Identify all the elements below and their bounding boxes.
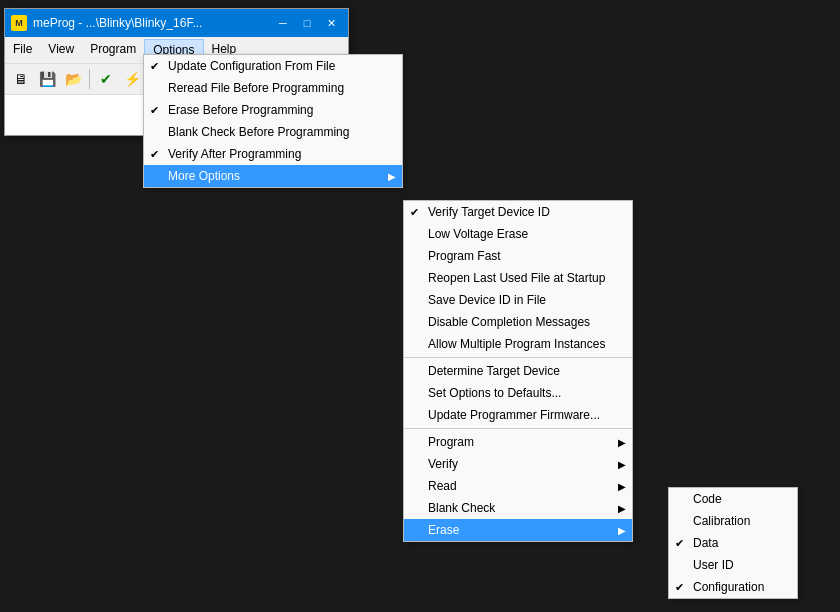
- option-more-options[interactable]: More Options: [144, 165, 402, 187]
- more-sep-1: [404, 357, 632, 358]
- menu-file[interactable]: File: [5, 39, 40, 61]
- erase-config[interactable]: ✔ Configuration: [669, 576, 797, 598]
- more-verify-target[interactable]: ✔ Verify Target Device ID: [404, 201, 632, 223]
- window-title: meProg - ...\Blinky\Blinky_16F...: [33, 16, 202, 30]
- toolbar-sep-1: [89, 69, 90, 89]
- more-erase-sub[interactable]: Erase: [404, 519, 632, 541]
- option-update-config[interactable]: ✔ Update Configuration From File: [144, 55, 402, 77]
- erase-code[interactable]: Code: [669, 488, 797, 510]
- more-options-dropdown: ✔ Verify Target Device ID Low Voltage Er…: [403, 200, 633, 542]
- toolbar-open-btn[interactable]: 📂: [61, 67, 85, 91]
- option-blank-check[interactable]: Blank Check Before Programming: [144, 121, 402, 143]
- more-set-defaults[interactable]: Set Options to Defaults...: [404, 382, 632, 404]
- more-sep-2: [404, 428, 632, 429]
- check-verify-target: ✔: [410, 206, 419, 219]
- more-reopen-last[interactable]: Reopen Last Used File at Startup: [404, 267, 632, 289]
- more-read-sub[interactable]: Read: [404, 475, 632, 497]
- toolbar-program-btn[interactable]: ⚡: [120, 67, 144, 91]
- toolbar-verify-btn[interactable]: ✔: [94, 67, 118, 91]
- check-erase-data: ✔: [675, 537, 684, 550]
- option-erase-before[interactable]: ✔ Erase Before Programming: [144, 99, 402, 121]
- option-reread-file[interactable]: Reread File Before Programming: [144, 77, 402, 99]
- toolbar-device-btn[interactable]: 🖥: [9, 67, 33, 91]
- maximize-button[interactable]: □: [296, 14, 318, 32]
- more-program-fast[interactable]: Program Fast: [404, 245, 632, 267]
- title-bar: M meProg - ...\Blinky\Blinky_16F... ─ □ …: [5, 9, 348, 37]
- toolbar-save-btn[interactable]: 💾: [35, 67, 59, 91]
- erase-dropdown: Code Calibration ✔ Data User ID ✔ Config…: [668, 487, 798, 599]
- menu-program[interactable]: Program: [82, 39, 144, 61]
- more-update-firmware[interactable]: Update Programmer Firmware...: [404, 404, 632, 426]
- app-icon: M: [11, 15, 27, 31]
- close-button[interactable]: ✕: [320, 14, 342, 32]
- more-blank-check-sub[interactable]: Blank Check: [404, 497, 632, 519]
- title-bar-left: M meProg - ...\Blinky\Blinky_16F...: [11, 15, 202, 31]
- option-verify-after[interactable]: ✔ Verify After Programming: [144, 143, 402, 165]
- more-allow-multiple[interactable]: Allow Multiple Program Instances: [404, 333, 632, 355]
- more-save-device-id[interactable]: Save Device ID in File: [404, 289, 632, 311]
- more-verify-sub[interactable]: Verify: [404, 453, 632, 475]
- check-erase-config: ✔: [675, 581, 684, 594]
- check-verify-after: ✔: [150, 148, 159, 161]
- options-dropdown: ✔ Update Configuration From File Reread …: [143, 54, 403, 188]
- check-erase-before: ✔: [150, 104, 159, 117]
- erase-calibration[interactable]: Calibration: [669, 510, 797, 532]
- title-controls: ─ □ ✕: [272, 14, 342, 32]
- menu-view[interactable]: View: [40, 39, 82, 61]
- check-update-config: ✔: [150, 60, 159, 73]
- minimize-button[interactable]: ─: [272, 14, 294, 32]
- more-determine-target[interactable]: Determine Target Device: [404, 360, 632, 382]
- erase-data[interactable]: ✔ Data: [669, 532, 797, 554]
- more-low-voltage[interactable]: Low Voltage Erase: [404, 223, 632, 245]
- erase-userid[interactable]: User ID: [669, 554, 797, 576]
- more-program-sub[interactable]: Program: [404, 431, 632, 453]
- more-disable-completion[interactable]: Disable Completion Messages: [404, 311, 632, 333]
